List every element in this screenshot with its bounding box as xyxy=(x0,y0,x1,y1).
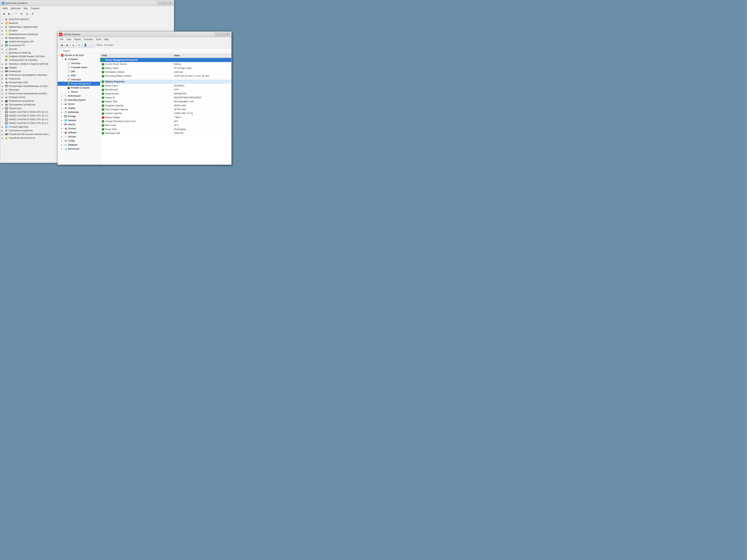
aida-tree-summary[interactable]: 📋 Summary xyxy=(58,61,100,65)
aida-tree-compname[interactable]: 🖥 Computer Name xyxy=(58,65,100,70)
keyboard-icon: ⌨ xyxy=(5,70,8,73)
aida-forward-button[interactable]: ▶ xyxy=(65,43,70,48)
devmgr-menu-file[interactable]: Файл xyxy=(1,7,9,10)
aida-menu-favorites[interactable]: Favorites xyxy=(82,38,94,41)
aida-tree-os[interactable]: ▶ 🪟 Operating System xyxy=(58,98,100,102)
aida-menu-help[interactable]: Help xyxy=(103,38,110,41)
devmgr-help-button[interactable]: ? xyxy=(14,11,19,16)
tree-sound-label: Звуковые, игровые и видеоустройства xyxy=(9,62,48,65)
field-icon-7 xyxy=(102,92,104,95)
field-icon-8 xyxy=(102,97,104,99)
devmgr-minimize-button[interactable]: – xyxy=(157,1,162,5)
aida-security-label: Security xyxy=(68,135,76,138)
aida-version-icon: 64 xyxy=(61,54,63,57)
aida-minimize-button[interactable]: – xyxy=(215,33,220,36)
tree-bluetooth[interactable]: ▶ 📶 Bluetooth xyxy=(1,21,173,25)
aida-chart-button[interactable]: 📈 xyxy=(88,43,94,48)
aida-tree-computer[interactable]: ▼ 🖥 Computer xyxy=(58,57,100,61)
devmgr-close-button[interactable]: ✕ xyxy=(168,1,173,5)
col-value: Value xyxy=(172,54,231,58)
aida-menu-label: Menu xyxy=(96,44,103,46)
aida-tree-version[interactable]: ▼ 64 AIDA64 v6.00.5100 xyxy=(58,54,100,57)
row-battery-type: Battery Type Rechargeable Li-Ion xyxy=(100,100,231,104)
field-icon-11 xyxy=(102,108,104,111)
tree-disk-label: Дисковые устройства xyxy=(9,52,31,54)
aida-tree-sensor[interactable]: 🌡 Sensor xyxy=(58,90,100,94)
aida-window-controls: – □ ✕ xyxy=(215,33,230,36)
devmgr-display-button[interactable]: 🖥 xyxy=(30,11,35,16)
row-current-capacity: Current Capacity 27690 mWh (75 %) xyxy=(100,111,231,115)
devmgr-view-button[interactable]: ⊞ xyxy=(19,11,24,16)
val-device-name: M1005922 xyxy=(172,84,231,87)
aida-tree-security[interactable]: ▶ 🛡 Security xyxy=(58,135,100,139)
benchmark-icon: 📊 xyxy=(64,148,67,150)
aida-back-button[interactable]: ◀ xyxy=(59,43,64,48)
netadapter-icon: 🌐 xyxy=(5,125,8,128)
aida-tree-storage[interactable]: ▶ 💾 Storage xyxy=(58,114,100,118)
devmgr-menu-action[interactable]: Действие xyxy=(9,7,22,10)
aida-tree-database[interactable]: ▶ 🗃 Database xyxy=(58,143,100,147)
aida-tree-directx[interactable]: ▶ 🎮 DirectX xyxy=(58,123,100,127)
gpu-icon: 📺 xyxy=(5,40,8,43)
cpu-icon: 🔲 xyxy=(5,107,8,110)
computer-icon: 🖥 xyxy=(5,77,8,80)
aida-multimedia-label: Multimedia xyxy=(68,111,79,113)
devmgr-titlebar: D Диспетчер устройств – □ ✕ xyxy=(0,0,174,6)
devmgr-menu-view[interactable]: Вид xyxy=(22,7,29,10)
config-icon: ⚙ xyxy=(64,139,67,142)
aida-network-label: Network xyxy=(68,119,76,122)
tree-chipbank-label: ChipBank SD/MM Reader USB Devi... xyxy=(9,55,46,58)
devmgr-menu-help[interactable]: Справка xyxy=(29,7,41,10)
row-designed-capacity: Designed Capacity 45200 mWh xyxy=(100,104,231,107)
aida-close-button[interactable]: ✕ xyxy=(225,33,230,36)
aida-tree-devices[interactable]: ▶ 🔌 Devices xyxy=(58,127,100,131)
spacer-cell-1 xyxy=(100,78,231,79)
securitydev-icon: 🔒 xyxy=(5,136,8,139)
display-tree-icon: 🖥 xyxy=(64,107,67,110)
usb-icon: 🔌 xyxy=(5,81,8,84)
aida-refresh-button[interactable]: ↻ xyxy=(77,43,82,48)
aida-tree-overclock[interactable]: 🔥 Overclock xyxy=(58,78,100,82)
field-wear-level: Wear Level xyxy=(100,123,172,127)
aida-tree-motherboard[interactable]: ▶ 🔧 Motherboard xyxy=(58,94,100,98)
devmgr-print-button[interactable]: 🖨 xyxy=(24,11,30,16)
tree-print-label: Очереди печати xyxy=(9,96,25,99)
aida-tree-ipmi[interactable]: 📡 IPMI xyxy=(58,74,100,78)
aida-tree-config[interactable]: ▶ ⚙ Config xyxy=(58,139,100,143)
aida-os-label: Operating System xyxy=(68,99,86,101)
aida-menu-view[interactable]: View xyxy=(65,38,73,41)
video-icon: 🖥 xyxy=(5,36,8,39)
devmgr-back-button[interactable]: ◀ xyxy=(1,11,6,16)
aida-display-label: Display xyxy=(68,107,75,109)
aida-tree-dmi[interactable]: 📝 DMI xyxy=(58,70,100,74)
aida-tree-benchmark[interactable]: ▶ 📊 Benchmark xyxy=(58,147,100,151)
aida-menu-tools[interactable]: Tools xyxy=(95,38,103,41)
devmgr-forward-button[interactable]: ▶ xyxy=(6,11,12,16)
aida-tree-portable[interactable]: 💼 Portable Computer xyxy=(58,86,100,90)
tree-root[interactable]: ▼ 🖥 DESKTOP-96EA0V7 xyxy=(1,18,173,21)
aida-menu-report[interactable]: Report xyxy=(73,38,82,41)
aida-tree-power[interactable]: 🔋 Power Management xyxy=(58,82,100,86)
aida-tree-display[interactable]: ▶ 🖥 Display xyxy=(58,106,100,110)
aida-up-button[interactable]: ▲ xyxy=(71,43,76,48)
tree-cpu4-label: Intel(R) Core(TM) i5-7200U CPU @ 2.5... xyxy=(9,122,49,125)
aida-tree-software[interactable]: ▶ 📦 Software xyxy=(58,131,100,135)
devices-tree-icon: 🔌 xyxy=(64,127,67,130)
devmgr-maximize-button[interactable]: □ xyxy=(162,1,167,5)
aida-tree-network[interactable]: ▶ 🌐 Network xyxy=(58,118,100,123)
power-row-icon xyxy=(102,59,104,61)
aida-devices-label: Devices xyxy=(68,127,76,130)
row-unique-id: Unique ID 0003495709DYNM1005922 xyxy=(100,96,231,100)
aida-maximize-button[interactable]: □ xyxy=(220,33,225,36)
aida-tree-multimedia[interactable]: ▶ 🎵 Multimedia xyxy=(58,110,100,114)
row-spacer-1 xyxy=(100,78,231,79)
tree-audio[interactable]: ▶ 🔊 Аудиовходы и аудиовыходы xyxy=(1,25,173,29)
sound-icon: 🔉 xyxy=(5,62,8,65)
field-device-name: Device Name xyxy=(100,84,172,87)
aida-menu-file[interactable]: File xyxy=(58,38,65,41)
aida-user-button[interactable]: 👤 xyxy=(82,43,88,48)
aida-tree-server[interactable]: ▶ 🖧 Server xyxy=(58,102,100,106)
aida-menubar: File View Report Favorites Tools Help xyxy=(58,37,231,42)
val-current-capacity: 27690 mWh (75 %) xyxy=(172,111,231,115)
aida-database-label: Database xyxy=(68,143,77,146)
